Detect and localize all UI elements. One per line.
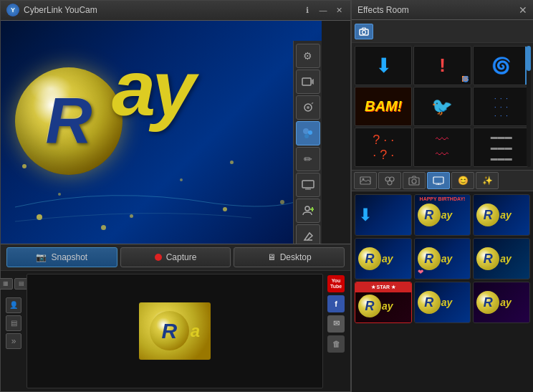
- media-person-btn[interactable]: 👤: [6, 297, 21, 313]
- effects-top-scrollbar[interactable]: [527, 46, 531, 167]
- thumb-ay-text: a: [191, 321, 200, 341]
- effects-button[interactable]: [296, 121, 320, 145]
- effects-bottom-grid: ⬇ R ay HAPPY BIRTHDAY! R ay: [355, 194, 530, 323]
- effect-cell-exclaim[interactable]: ! 🌀: [413, 46, 471, 85]
- svg-point-20: [388, 181, 392, 185]
- effect-cell-bird[interactable]: 🐦: [413, 87, 471, 126]
- effects-room-panel: Effects Room ✕ ⬇ ! 🌀 🌀: [351, 0, 533, 392]
- effect-cell-bam[interactable]: BAM!: [355, 87, 412, 126]
- adduser-icon: [302, 205, 314, 216]
- mode-buttons-bar: 📷 Snapshot Capture 🖥 Desktop: [1, 244, 350, 271]
- effect-bottom-9[interactable]: R ay: [473, 282, 530, 323]
- effect-bottom-6[interactable]: R ay: [473, 238, 530, 279]
- effects-tab-6[interactable]: ✨: [476, 172, 499, 189]
- viewport-content: R ay: [1, 21, 322, 244]
- webcam-icon: [302, 77, 314, 87]
- social-buttons: YouTube f ✉ 🗑: [326, 274, 347, 388]
- effect-bottom-1[interactable]: ⬇: [355, 194, 412, 236]
- snapshot-label: Snapshot: [51, 252, 87, 262]
- capture-button[interactable]: Capture: [120, 247, 231, 267]
- effects-tab-1[interactable]: [354, 172, 377, 189]
- effects-camera-icon: [359, 27, 369, 36]
- settings-button[interactable]: ⚙: [296, 44, 320, 68]
- close-button[interactable]: ✕: [333, 4, 345, 16]
- media-icons-row: ▦ ▤: [0, 277, 29, 291]
- exclaim-icon: !: [439, 54, 446, 77]
- redswirl-icon: 🌀: [491, 57, 511, 75]
- media-sidebar: ▦ ▤ 👤 ▤ »: [4, 274, 24, 388]
- effects-top-grid: ⬇ ! 🌀 🌀 BAM! 🐦 · · ·· · ·· · · ? ·: [355, 46, 530, 167]
- ray-thumb-9: R ay: [474, 282, 529, 322]
- email-button[interactable]: ✉: [327, 315, 345, 333]
- effect-bottom-5[interactable]: R ay ❤: [414, 238, 471, 279]
- thumb-r-letter: R: [161, 319, 177, 343]
- trash-button[interactable]: 🗑: [327, 335, 345, 353]
- effect-bottom-8[interactable]: R ay: [414, 282, 471, 323]
- minimize-button[interactable]: —: [317, 4, 329, 16]
- capture-icon: [155, 254, 162, 261]
- ray-thumb-6: R ay: [474, 239, 529, 279]
- facebook-label: f: [335, 300, 337, 308]
- bam-text: BAM!: [365, 98, 402, 115]
- eraser-button[interactable]: [296, 224, 320, 244]
- youtube-button[interactable]: YouTube: [327, 275, 345, 292]
- ray-mini-circle-7: R: [418, 291, 441, 314]
- ray-mini-ay-3: ay: [382, 253, 393, 264]
- title-bar: Y CyberLink YouCam ℹ — ✕: [1, 1, 350, 21]
- adduser-button[interactable]: [296, 199, 320, 223]
- effect-cell-dots-blue[interactable]: · · ·· · ·· · ·: [473, 87, 530, 126]
- presentation-button[interactable]: [296, 173, 320, 197]
- facebook-button[interactable]: f: [327, 295, 345, 312]
- surveillance-button[interactable]: [296, 95, 320, 120]
- snapshot-icon: 📷: [36, 252, 47, 262]
- webcam-button[interactable]: [296, 70, 320, 94]
- effect-bottom-7[interactable]: ★ STAR ★ R ay: [355, 282, 412, 323]
- thumbnail-preview: R a: [139, 302, 211, 360]
- trash-icon: 🗑: [332, 340, 340, 348]
- desktop-icon: 🖥: [267, 252, 276, 262]
- desktop-button[interactable]: 🖥 Desktop: [234, 247, 345, 267]
- ray-mini-letter-5: R: [484, 252, 493, 265]
- media-film-btn[interactable]: ▤: [6, 315, 21, 331]
- effects-tab-2[interactable]: [378, 172, 401, 189]
- effect-bottom-4[interactable]: R ay: [355, 238, 412, 279]
- effects-tabs: 😊 ✨: [352, 170, 533, 191]
- snapshot-button[interactable]: 📷 Snapshot: [6, 247, 117, 267]
- effects-camera-btn[interactable]: [355, 24, 373, 39]
- eraser-icon: [302, 231, 314, 242]
- ray-mini-letter-8: R: [484, 296, 493, 309]
- ray-thumb-4: R ay: [355, 239, 411, 279]
- effect-cell-lines[interactable]: ▬▬▬▬▬▬▬▬▬: [473, 128, 530, 167]
- effects-grid-top: ⬇ ! 🌀 🌀 BAM! 🐦 · · ·· · ·· · · ? ·: [352, 43, 533, 170]
- effect-bottom-3[interactable]: R ay: [473, 194, 530, 236]
- effect-cell-redswirl[interactable]: 🌀: [473, 46, 530, 85]
- ray-mini-letter-1: R: [424, 209, 433, 221]
- bird-icon: 🐦: [431, 97, 453, 117]
- media-more-btn[interactable]: »: [6, 333, 21, 349]
- ray-mini-ay-6: ay: [382, 300, 393, 312]
- ray-mini-circle-5: R: [476, 247, 499, 270]
- effects-tab-5[interactable]: 😊: [451, 172, 474, 189]
- effects-close-button[interactable]: ✕: [519, 4, 527, 16]
- effects-title-bar: Effects Room ✕: [352, 0, 533, 20]
- effect-cell-arrow-down[interactable]: ⬇: [355, 46, 412, 85]
- dots-blue-icon: · · ·· · ·· · ·: [494, 94, 509, 120]
- effects-tab-3[interactable]: [403, 172, 426, 189]
- ray-mini-ay-1: ay: [441, 209, 453, 221]
- svg-rect-8: [302, 181, 314, 188]
- tab-monitor-icon: [433, 176, 444, 185]
- effect-cell-question[interactable]: ? · ·· ? ·: [355, 128, 412, 167]
- ray-mini-letter-6: R: [365, 300, 375, 312]
- effect-bottom-2[interactable]: R ay HAPPY BIRTHDAY!: [414, 194, 471, 236]
- ribbon-icon: 〰〰: [436, 133, 448, 163]
- ray-mini-circle-8: R: [476, 291, 499, 314]
- svg-point-6: [308, 130, 312, 135]
- media-icon-1[interactable]: ▦: [0, 278, 13, 290]
- email-icon: ✉: [333, 319, 340, 328]
- info-button[interactable]: ℹ: [302, 4, 313, 16]
- tab-photo-icon: [360, 176, 371, 185]
- svg-rect-0: [302, 78, 311, 85]
- edit-button[interactable]: ✏: [296, 147, 320, 171]
- effect-cell-ribbon[interactable]: 〰〰: [413, 128, 471, 167]
- effects-tab-4[interactable]: [427, 172, 450, 189]
